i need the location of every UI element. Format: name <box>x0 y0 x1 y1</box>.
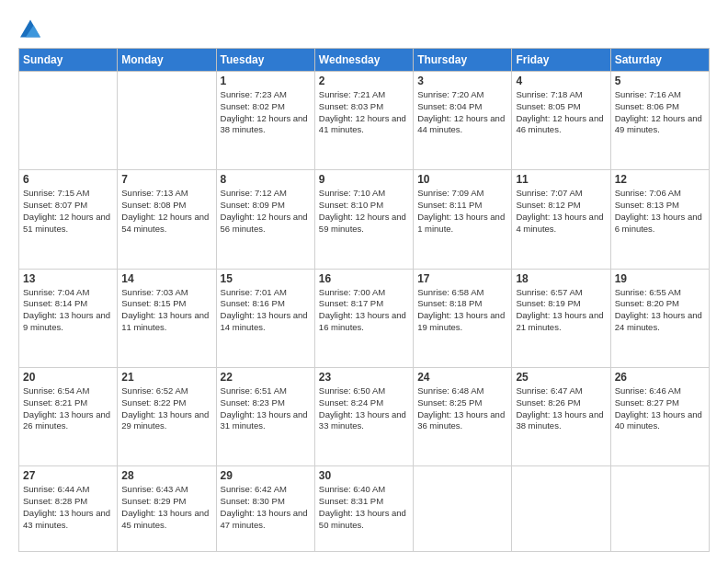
logo <box>18 17 40 39</box>
calendar-week-row: 13Sunrise: 7:04 AM Sunset: 8:14 PM Dayli… <box>19 269 710 367</box>
day-info: Sunrise: 6:40 AM Sunset: 8:31 PM Dayligh… <box>319 484 409 531</box>
day-info: Sunrise: 6:42 AM Sunset: 8:30 PM Dayligh… <box>221 484 311 531</box>
day-number: 11 <box>516 173 606 186</box>
day-info: Sunrise: 7:12 AM Sunset: 8:09 PM Dayligh… <box>221 188 311 235</box>
header <box>18 17 710 39</box>
calendar-cell: 25Sunrise: 6:47 AM Sunset: 8:26 PM Dayli… <box>512 367 610 465</box>
day-number: 6 <box>23 173 113 186</box>
calendar-cell: 28Sunrise: 6:43 AM Sunset: 8:29 PM Dayli… <box>118 466 216 552</box>
calendar-cell: 27Sunrise: 6:44 AM Sunset: 8:28 PM Dayli… <box>19 466 118 552</box>
day-number: 8 <box>221 173 311 186</box>
calendar-cell <box>118 72 216 170</box>
calendar-cell: 8Sunrise: 7:12 AM Sunset: 8:09 PM Daylig… <box>216 170 314 269</box>
weekday-header: Tuesday <box>216 49 314 72</box>
page: SundayMondayTuesdayWednesdayThursdayFrid… <box>0 0 728 563</box>
day-number: 17 <box>417 272 507 285</box>
calendar-cell: 3Sunrise: 7:20 AM Sunset: 8:04 PM Daylig… <box>414 72 512 170</box>
day-number: 12 <box>615 173 705 186</box>
day-number: 10 <box>417 173 507 186</box>
day-number: 9 <box>319 173 409 186</box>
day-info: Sunrise: 6:54 AM Sunset: 8:21 PM Dayligh… <box>23 385 113 432</box>
calendar-cell: 6Sunrise: 7:15 AM Sunset: 8:07 PM Daylig… <box>19 170 118 269</box>
weekday-header: Thursday <box>414 49 512 72</box>
calendar-week-row: 27Sunrise: 6:44 AM Sunset: 8:28 PM Dayli… <box>19 466 710 552</box>
weekday-header-row: SundayMondayTuesdayWednesdayThursdayFrid… <box>19 49 710 72</box>
day-number: 25 <box>516 371 606 384</box>
day-info: Sunrise: 7:18 AM Sunset: 8:05 PM Dayligh… <box>516 89 606 136</box>
weekday-header: Wednesday <box>314 49 413 72</box>
day-info: Sunrise: 6:46 AM Sunset: 8:27 PM Dayligh… <box>615 385 705 432</box>
calendar-cell: 12Sunrise: 7:06 AM Sunset: 8:13 PM Dayli… <box>610 170 709 269</box>
day-info: Sunrise: 6:57 AM Sunset: 8:19 PM Dayligh… <box>516 287 606 334</box>
day-number: 3 <box>417 75 507 87</box>
calendar: SundayMondayTuesdayWednesdayThursdayFrid… <box>18 48 710 552</box>
day-number: 28 <box>121 469 211 482</box>
weekday-header: Friday <box>512 49 610 72</box>
weekday-header: Saturday <box>610 49 709 72</box>
day-number: 29 <box>221 469 311 482</box>
day-number: 23 <box>319 371 409 384</box>
day-number: 30 <box>319 469 409 482</box>
day-number: 19 <box>615 272 705 285</box>
calendar-cell <box>610 466 709 552</box>
calendar-cell: 13Sunrise: 7:04 AM Sunset: 8:14 PM Dayli… <box>19 269 118 367</box>
day-number: 15 <box>221 272 311 285</box>
day-info: Sunrise: 7:03 AM Sunset: 8:15 PM Dayligh… <box>121 287 211 334</box>
day-info: Sunrise: 6:44 AM Sunset: 8:28 PM Dayligh… <box>23 484 113 531</box>
logo-icon <box>20 18 40 39</box>
calendar-cell: 20Sunrise: 6:54 AM Sunset: 8:21 PM Dayli… <box>19 367 118 465</box>
day-info: Sunrise: 6:47 AM Sunset: 8:26 PM Dayligh… <box>516 385 606 432</box>
calendar-cell: 24Sunrise: 6:48 AM Sunset: 8:25 PM Dayli… <box>414 367 512 465</box>
day-info: Sunrise: 7:16 AM Sunset: 8:06 PM Dayligh… <box>615 89 705 136</box>
day-info: Sunrise: 6:58 AM Sunset: 8:18 PM Dayligh… <box>417 287 507 334</box>
day-info: Sunrise: 7:10 AM Sunset: 8:10 PM Dayligh… <box>319 188 409 235</box>
calendar-week-row: 1Sunrise: 7:23 AM Sunset: 8:02 PM Daylig… <box>19 72 710 170</box>
day-info: Sunrise: 7:20 AM Sunset: 8:04 PM Dayligh… <box>417 89 507 136</box>
calendar-cell: 18Sunrise: 6:57 AM Sunset: 8:19 PM Dayli… <box>512 269 610 367</box>
day-number: 26 <box>615 371 705 384</box>
day-number: 21 <box>121 371 211 384</box>
day-info: Sunrise: 6:55 AM Sunset: 8:20 PM Dayligh… <box>615 287 705 334</box>
day-info: Sunrise: 6:43 AM Sunset: 8:29 PM Dayligh… <box>121 484 211 531</box>
calendar-cell: 11Sunrise: 7:07 AM Sunset: 8:12 PM Dayli… <box>512 170 610 269</box>
calendar-cell: 17Sunrise: 6:58 AM Sunset: 8:18 PM Dayli… <box>414 269 512 367</box>
day-info: Sunrise: 7:09 AM Sunset: 8:11 PM Dayligh… <box>417 188 507 235</box>
day-number: 24 <box>417 371 507 384</box>
day-info: Sunrise: 6:48 AM Sunset: 8:25 PM Dayligh… <box>417 385 507 432</box>
day-number: 2 <box>319 75 409 87</box>
calendar-cell: 10Sunrise: 7:09 AM Sunset: 8:11 PM Dayli… <box>414 170 512 269</box>
day-info: Sunrise: 6:50 AM Sunset: 8:24 PM Dayligh… <box>319 385 409 432</box>
day-info: Sunrise: 7:01 AM Sunset: 8:16 PM Dayligh… <box>221 287 311 334</box>
day-info: Sunrise: 7:06 AM Sunset: 8:13 PM Dayligh… <box>615 188 705 235</box>
calendar-week-row: 20Sunrise: 6:54 AM Sunset: 8:21 PM Dayli… <box>19 367 710 465</box>
calendar-table: SundayMondayTuesdayWednesdayThursdayFrid… <box>18 48 710 552</box>
calendar-cell: 15Sunrise: 7:01 AM Sunset: 8:16 PM Dayli… <box>216 269 314 367</box>
calendar-cell: 5Sunrise: 7:16 AM Sunset: 8:06 PM Daylig… <box>610 72 709 170</box>
calendar-cell: 7Sunrise: 7:13 AM Sunset: 8:08 PM Daylig… <box>118 170 216 269</box>
day-number: 16 <box>319 272 409 285</box>
calendar-cell: 14Sunrise: 7:03 AM Sunset: 8:15 PM Dayli… <box>118 269 216 367</box>
calendar-week-row: 6Sunrise: 7:15 AM Sunset: 8:07 PM Daylig… <box>19 170 710 269</box>
day-number: 14 <box>121 272 211 285</box>
day-info: Sunrise: 6:52 AM Sunset: 8:22 PM Dayligh… <box>121 385 211 432</box>
day-number: 22 <box>221 371 311 384</box>
day-number: 1 <box>221 75 311 87</box>
day-info: Sunrise: 7:23 AM Sunset: 8:02 PM Dayligh… <box>221 89 311 136</box>
day-info: Sunrise: 7:07 AM Sunset: 8:12 PM Dayligh… <box>516 188 606 235</box>
weekday-header: Monday <box>118 49 216 72</box>
day-info: Sunrise: 7:04 AM Sunset: 8:14 PM Dayligh… <box>23 287 113 334</box>
calendar-cell: 2Sunrise: 7:21 AM Sunset: 8:03 PM Daylig… <box>314 72 413 170</box>
day-info: Sunrise: 7:00 AM Sunset: 8:17 PM Dayligh… <box>319 287 409 334</box>
calendar-cell: 30Sunrise: 6:40 AM Sunset: 8:31 PM Dayli… <box>314 466 413 552</box>
calendar-cell <box>19 72 118 170</box>
calendar-cell: 9Sunrise: 7:10 AM Sunset: 8:10 PM Daylig… <box>314 170 413 269</box>
calendar-cell: 16Sunrise: 7:00 AM Sunset: 8:17 PM Dayli… <box>314 269 413 367</box>
day-number: 27 <box>23 469 113 482</box>
day-info: Sunrise: 7:21 AM Sunset: 8:03 PM Dayligh… <box>319 89 409 136</box>
day-info: Sunrise: 7:13 AM Sunset: 8:08 PM Dayligh… <box>121 188 211 235</box>
day-number: 5 <box>615 75 705 87</box>
day-number: 4 <box>516 75 606 87</box>
day-number: 18 <box>516 272 606 285</box>
day-number: 7 <box>121 173 211 186</box>
calendar-cell: 26Sunrise: 6:46 AM Sunset: 8:27 PM Dayli… <box>610 367 709 465</box>
